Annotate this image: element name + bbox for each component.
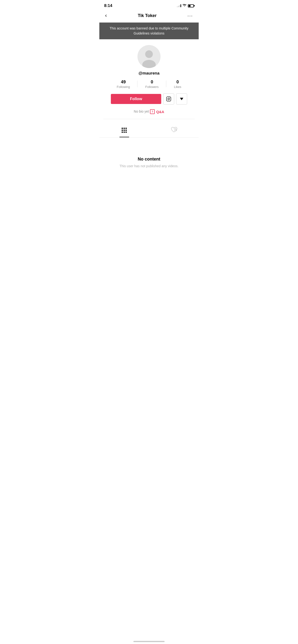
divider xyxy=(103,119,195,119)
stat-following[interactable]: 49 Following xyxy=(109,80,138,89)
likes-label: Likes xyxy=(174,85,181,89)
qa-label: Q&A xyxy=(156,110,164,114)
dropdown-button[interactable] xyxy=(176,94,187,104)
nav-header: ‹ Tik Toker ··· xyxy=(99,10,199,22)
content-area: No content This user has not published a… xyxy=(99,138,199,178)
ban-text: This account was banned due to multiple … xyxy=(110,26,188,35)
svg-point-1 xyxy=(145,50,153,58)
followers-count: 0 xyxy=(151,80,153,84)
more-button[interactable]: ··· xyxy=(186,12,195,20)
qa-button[interactable]: ? Q&A xyxy=(150,109,164,114)
followers-label: Followers xyxy=(145,85,159,89)
tab-liked[interactable] xyxy=(149,123,199,137)
tab-grid[interactable] xyxy=(99,123,149,137)
instagram-button[interactable] xyxy=(163,94,174,104)
action-row: Follow xyxy=(111,94,187,104)
following-label: Following xyxy=(117,85,130,89)
wifi-icon xyxy=(183,4,186,8)
svg-point-5 xyxy=(170,98,170,98)
tab-bar xyxy=(99,123,199,138)
profile-section: @maurena 49 Following 0 Followers 0 Like… xyxy=(99,39,199,123)
page-title: Tik Toker xyxy=(138,13,157,18)
signal-bars-icon xyxy=(177,4,181,7)
status-bar: 8:14 xyxy=(99,0,199,10)
status-icons xyxy=(177,4,194,8)
svg-point-4 xyxy=(168,98,170,100)
bio-text: No bio yet xyxy=(134,110,149,113)
likes-count: 0 xyxy=(176,80,179,84)
no-content-subtitle: This user has not published any videos. xyxy=(119,164,179,168)
ban-banner: This account was banned due to multiple … xyxy=(99,22,199,39)
grid-icon xyxy=(122,128,127,133)
stat-followers[interactable]: 0 Followers xyxy=(137,80,166,89)
no-content-title: No content xyxy=(138,157,160,162)
status-time: 8:14 xyxy=(104,3,112,8)
heart-lock-icon xyxy=(171,126,177,134)
back-button[interactable]: ‹ xyxy=(103,12,109,20)
svg-marker-6 xyxy=(180,98,183,100)
battery-icon xyxy=(188,4,194,8)
bio-section: No bio yet ? Q&A xyxy=(134,109,164,114)
following-count: 49 xyxy=(121,80,126,84)
svg-rect-3 xyxy=(167,97,171,101)
qa-icon: ? xyxy=(150,109,155,114)
stat-likes[interactable]: 0 Likes xyxy=(166,80,189,89)
follow-button[interactable]: Follow xyxy=(111,94,162,104)
username: @maurena xyxy=(138,71,159,76)
avatar xyxy=(137,45,161,68)
stats-row: 49 Following 0 Followers 0 Likes xyxy=(103,80,195,89)
